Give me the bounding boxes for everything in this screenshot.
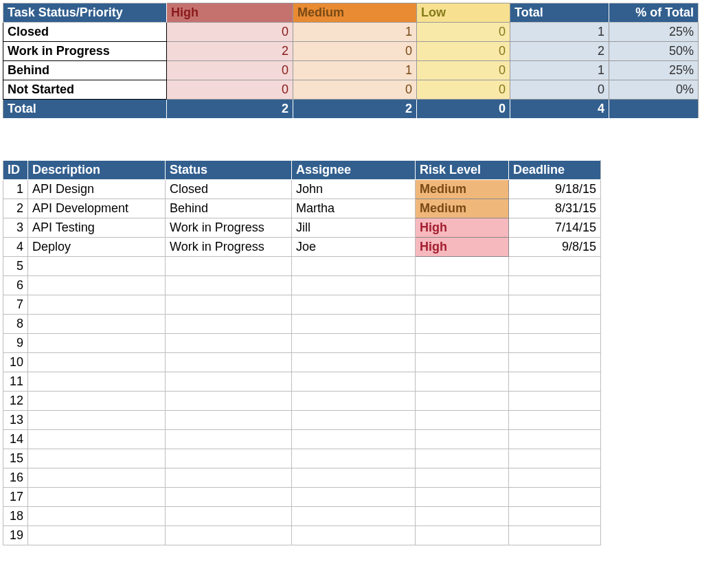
task-desc[interactable]: [28, 315, 166, 334]
task-status[interactable]: [166, 430, 292, 449]
task-desc[interactable]: [28, 488, 166, 507]
task-id[interactable]: 15: [3, 449, 28, 468]
cell-high[interactable]: 0: [167, 61, 293, 80]
task-deadline[interactable]: [509, 488, 601, 507]
task-id[interactable]: 4: [3, 238, 28, 257]
task-risk[interactable]: High: [416, 218, 509, 238]
task-deadline[interactable]: 8/31/15: [509, 199, 601, 218]
task-assignee[interactable]: [292, 257, 416, 276]
task-id[interactable]: 13: [3, 411, 28, 430]
task-risk[interactable]: Medium: [416, 180, 509, 199]
task-assignee[interactable]: [292, 526, 416, 545]
task-risk[interactable]: High: [416, 238, 509, 257]
task-deadline[interactable]: [509, 449, 601, 468]
task-risk[interactable]: [416, 449, 509, 468]
task-desc[interactable]: [28, 468, 166, 488]
task-risk[interactable]: [416, 276, 509, 295]
task-deadline[interactable]: 7/14/15: [509, 218, 601, 238]
task-id[interactable]: 11: [3, 372, 28, 392]
task-desc[interactable]: API Testing: [28, 218, 166, 238]
cell-low[interactable]: 0: [417, 61, 510, 80]
task-deadline[interactable]: [509, 430, 601, 449]
task-deadline[interactable]: [509, 526, 601, 545]
task-desc[interactable]: [28, 411, 166, 430]
task-risk[interactable]: [416, 315, 509, 334]
cell-pct[interactable]: 25%: [609, 23, 699, 42]
cell-medium[interactable]: 1: [293, 23, 417, 42]
cell-low[interactable]: 0: [417, 42, 510, 61]
task-assignee[interactable]: John: [292, 180, 416, 199]
task-status[interactable]: [166, 295, 292, 315]
cell-pct[interactable]: 50%: [609, 42, 699, 61]
task-status[interactable]: Behind: [166, 199, 292, 218]
task-id[interactable]: 2: [3, 199, 28, 218]
task-risk[interactable]: [416, 430, 509, 449]
task-assignee[interactable]: [292, 392, 416, 411]
task-risk[interactable]: [416, 488, 509, 507]
task-status[interactable]: [166, 507, 292, 526]
task-assignee[interactable]: [292, 315, 416, 334]
task-assignee[interactable]: [292, 295, 416, 315]
task-id[interactable]: 3: [3, 218, 28, 238]
task-status[interactable]: [166, 468, 292, 488]
task-risk[interactable]: [416, 334, 509, 353]
task-status[interactable]: Work in Progress: [166, 218, 292, 238]
task-desc[interactable]: [28, 353, 166, 372]
task-status[interactable]: [166, 257, 292, 276]
cell-high[interactable]: 0: [167, 80, 293, 100]
cell-low[interactable]: 0: [417, 80, 510, 100]
cell-pct[interactable]: 0%: [609, 80, 699, 100]
task-desc[interactable]: [28, 430, 166, 449]
task-deadline[interactable]: [509, 411, 601, 430]
task-risk[interactable]: [416, 295, 509, 315]
task-desc[interactable]: [28, 526, 166, 545]
task-risk[interactable]: [416, 353, 509, 372]
task-desc[interactable]: [28, 257, 166, 276]
task-deadline[interactable]: [509, 392, 601, 411]
task-assignee[interactable]: Joe: [292, 238, 416, 257]
task-desc[interactable]: [28, 276, 166, 295]
task-id[interactable]: 10: [3, 353, 28, 372]
task-status[interactable]: Closed: [166, 180, 292, 199]
task-deadline[interactable]: 9/18/15: [509, 180, 601, 199]
cell-high[interactable]: 0: [167, 23, 293, 42]
task-risk[interactable]: [416, 392, 509, 411]
task-deadline[interactable]: [509, 507, 601, 526]
cell-low[interactable]: 0: [417, 23, 510, 42]
task-deadline[interactable]: 9/8/15: [509, 238, 601, 257]
task-desc[interactable]: [28, 372, 166, 392]
task-assignee[interactable]: [292, 353, 416, 372]
task-status[interactable]: [166, 334, 292, 353]
task-desc[interactable]: [28, 449, 166, 468]
task-id[interactable]: 6: [3, 276, 28, 295]
task-id[interactable]: 9: [3, 334, 28, 353]
cell-medium[interactable]: 0: [293, 42, 417, 61]
task-assignee[interactable]: Jill: [292, 218, 416, 238]
task-desc[interactable]: API Development: [28, 199, 166, 218]
task-status[interactable]: [166, 392, 292, 411]
task-assignee[interactable]: [292, 507, 416, 526]
cell-medium[interactable]: 0: [293, 80, 417, 100]
task-deadline[interactable]: [509, 468, 601, 488]
task-status[interactable]: [166, 411, 292, 430]
cell-total[interactable]: 1: [510, 61, 609, 80]
task-desc[interactable]: [28, 295, 166, 315]
task-id[interactable]: 7: [3, 295, 28, 315]
task-assignee[interactable]: [292, 449, 416, 468]
task-deadline[interactable]: [509, 295, 601, 315]
task-deadline[interactable]: [509, 315, 601, 334]
task-id[interactable]: 8: [3, 315, 28, 334]
cell-total[interactable]: 2: [510, 42, 609, 61]
task-desc[interactable]: API Design: [28, 180, 166, 199]
task-assignee[interactable]: [292, 372, 416, 392]
task-assignee[interactable]: [292, 430, 416, 449]
task-deadline[interactable]: [509, 372, 601, 392]
task-status[interactable]: [166, 526, 292, 545]
task-desc[interactable]: Deploy: [28, 238, 166, 257]
task-assignee[interactable]: [292, 276, 416, 295]
task-status[interactable]: [166, 276, 292, 295]
task-id[interactable]: 5: [3, 257, 28, 276]
cell-pct[interactable]: 25%: [609, 61, 699, 80]
task-id[interactable]: 14: [3, 430, 28, 449]
task-id[interactable]: 12: [3, 392, 28, 411]
